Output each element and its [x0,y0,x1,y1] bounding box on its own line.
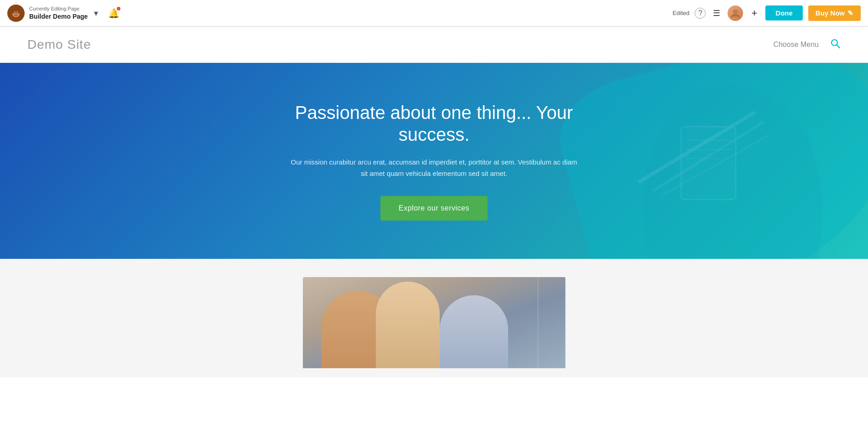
notification-button[interactable]: 🔔 [104,6,123,21]
beaver-logo-icon [9,6,23,21]
help-button[interactable]: ? [695,8,706,19]
page-name-label: Builder Demo Page [29,12,88,21]
team-image [303,277,566,368]
hero-subtitle: Our mission curabitur arcu erat, accumsa… [288,156,580,180]
edited-status-label: Edited [673,10,690,16]
choose-menu-link[interactable]: Choose Menu [773,41,819,49]
currently-editing-label: Currently Editing Page [29,5,88,12]
page-content: Demo Site Choose Menu Passionate about [0,26,868,377]
svg-point-6 [15,13,17,15]
notification-dot [117,7,120,10]
user-avatar-button[interactable] [728,5,743,21]
list-view-button[interactable]: ☰ [711,6,722,20]
person-silhouette-2 [376,282,440,368]
hero-section: Passionate about one thing... Your succe… [0,63,868,259]
buy-now-icon: ✎ [847,9,853,17]
hero-decorative-svg [617,90,777,227]
svg-point-4 [14,11,15,12]
svg-point-8 [733,10,738,14]
site-logo-avatar [7,5,25,22]
hero-cta-button[interactable]: Explore our services [380,196,488,221]
site-nav: Choose Menu [773,38,841,51]
svg-point-5 [17,11,18,12]
admin-bar: Currently Editing Page Builder Demo Page… [0,0,868,26]
svg-line-10 [837,45,840,48]
site-logo-text: Demo Site [27,37,91,52]
hero-title: Passionate about one thing... Your succe… [270,102,598,145]
buy-now-button[interactable]: Buy Now ✎ [808,5,861,21]
user-avatar-icon [730,8,740,18]
hero-content: Passionate about one thing... Your succe… [261,74,608,248]
svg-rect-14 [681,127,736,200]
search-icon [830,38,841,49]
admin-bar-right: Edited ? ☰ + Done Buy Now ✎ [673,5,861,21]
site-header: Demo Site Choose Menu [0,26,868,63]
below-hero-section [0,259,868,377]
search-button[interactable] [830,38,841,51]
admin-bar-left: Currently Editing Page Builder Demo Page… [7,5,123,22]
page-dropdown-button[interactable]: ▾ [92,6,100,20]
done-button[interactable]: Done [765,5,803,21]
window-decorative-lines [474,277,566,368]
page-info: Currently Editing Page Builder Demo Page [29,5,88,20]
add-button[interactable]: + [748,5,760,21]
